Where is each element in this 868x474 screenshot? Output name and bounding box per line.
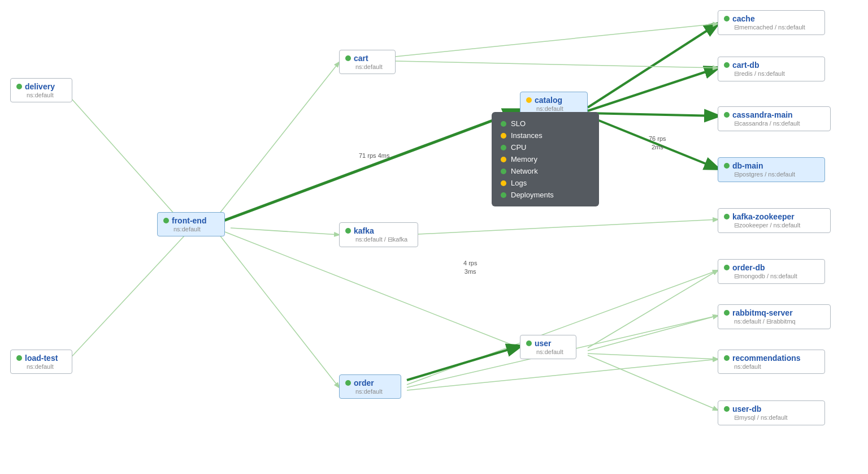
node-order-db-label: order-db <box>732 263 765 272</box>
catalog-popup-item-memory[interactable]: Memory <box>501 153 590 165</box>
node-catalog-sub: ns:default <box>536 105 581 112</box>
node-order-db[interactable]: order-db ⊟mongodb / ns:default <box>718 259 825 284</box>
status-dot-cart <box>345 55 351 61</box>
node-user-db-label: user-db <box>732 404 761 413</box>
node-cache-label: cache <box>732 14 755 23</box>
node-rabbitmq-server-label: rabbitmq-server <box>732 308 793 317</box>
node-recommendations-label: recommendations <box>732 354 801 363</box>
edge-label-4rps: 4 rps3ms <box>463 259 477 277</box>
cpu-label: CPU <box>511 143 526 152</box>
svg-line-14 <box>588 270 718 348</box>
network-label: Network <box>511 167 538 175</box>
catalog-popup-item-deployments[interactable]: Deployments <box>501 189 590 201</box>
svg-line-9 <box>588 113 718 116</box>
logs-dot <box>501 180 506 186</box>
status-dot-order <box>345 380 351 386</box>
node-user-db[interactable]: user-db ⊟mysql / ns:default <box>718 400 825 425</box>
node-order[interactable]: order ns:default <box>339 374 401 399</box>
node-user[interactable]: user ns:default <box>520 335 576 359</box>
node-load-test-sub: ns:default <box>27 363 66 370</box>
status-dot-catalog <box>526 97 532 103</box>
status-dot-frontend <box>163 218 169 223</box>
svg-line-4 <box>231 228 339 235</box>
node-cassandra-main-sub: ⊟cassandra / ns:default <box>734 120 824 127</box>
svg-line-0 <box>67 93 185 226</box>
node-cart-db-label: cart-db <box>732 61 759 70</box>
memory-dot <box>501 157 506 162</box>
node-db-main[interactable]: db-main ⊟postgres / ns:default <box>718 157 825 182</box>
node-db-main-label: db-main <box>732 161 763 170</box>
catalog-popup-item-cpu[interactable]: CPU <box>501 141 590 153</box>
catalog-popup: SLO Instances CPU Memory Network Logs De… <box>492 112 599 206</box>
svg-line-5 <box>219 235 339 387</box>
node-load-test[interactable]: load-test ns:default <box>10 350 72 374</box>
node-kafka-sub: ns:default / ⊟kafka <box>355 236 412 243</box>
cpu-dot <box>501 145 506 150</box>
status-dot-load-test <box>16 355 22 361</box>
node-cache[interactable]: cache ⊟memcached / ns:default <box>718 10 825 35</box>
svg-line-15 <box>588 316 718 351</box>
node-cart-db-sub: ⊟redis / ns:default <box>734 70 819 77</box>
svg-line-13 <box>407 359 718 390</box>
node-cassandra-main-label: cassandra-main <box>732 110 793 119</box>
node-delivery-sub: ns:default <box>27 92 66 98</box>
catalog-popup-item-slo[interactable]: SLO <box>501 118 590 130</box>
status-dot-cache <box>724 16 730 21</box>
deployments-label: Deployments <box>511 191 554 199</box>
svg-line-20 <box>396 24 718 57</box>
svg-line-2 <box>215 62 339 219</box>
status-dot-delivery <box>16 84 22 89</box>
node-db-main-sub: ⊟postgres / ns:default <box>734 171 819 178</box>
catalog-popup-item-network[interactable]: Network <box>501 165 590 177</box>
status-dot-recommendations <box>724 355 730 361</box>
deployments-dot <box>501 192 506 198</box>
node-kafka-zookeeper-label: kafka-zookeeper <box>732 212 795 221</box>
status-dot-user-db <box>724 406 730 412</box>
node-cache-sub: ⊟memcached / ns:default <box>734 24 819 31</box>
node-order-db-sub: ⊟mongodb / ns:default <box>734 273 819 280</box>
node-rabbitmq-server[interactable]: rabbitmq-server ns:default / ⊟rabbitmq <box>718 304 831 329</box>
svg-line-7 <box>588 24 718 107</box>
node-catalog-label: catalog <box>535 96 562 105</box>
network-dot <box>501 169 506 174</box>
svg-line-16 <box>588 354 718 359</box>
svg-line-18 <box>407 346 520 380</box>
node-cart-label: cart <box>354 54 368 63</box>
svg-line-1 <box>67 235 185 362</box>
logs-label: Logs <box>511 179 527 187</box>
svg-line-8 <box>588 68 718 111</box>
memory-label: Memory <box>511 155 537 163</box>
node-load-test-label: load-test <box>25 354 58 363</box>
status-dot-kafka <box>345 228 351 234</box>
node-frontend-label: front-end <box>172 216 206 225</box>
node-cart-db[interactable]: cart-db ⊟redis / ns:default <box>718 57 825 81</box>
catalog-popup-item-instances[interactable]: Instances <box>501 130 590 141</box>
node-cart-sub: ns:default <box>355 63 389 70</box>
node-rabbitmq-server-sub: ns:default / ⊟rabbitmq <box>734 318 824 325</box>
svg-line-11 <box>407 270 718 385</box>
catalog-popup-item-logs[interactable]: Logs <box>501 177 590 189</box>
status-dot-user <box>526 341 532 346</box>
node-delivery-label: delivery <box>25 82 55 91</box>
node-recommendations[interactable]: recommendations ns:default <box>718 350 825 374</box>
node-user-sub: ns:default <box>536 348 570 355</box>
node-order-label: order <box>354 378 374 387</box>
node-recommendations-sub: ns:default <box>734 363 819 370</box>
node-frontend[interactable]: front-end ns:default <box>157 212 225 236</box>
node-delivery[interactable]: delivery ns:default <box>10 78 72 102</box>
status-dot-cassandra-main <box>724 112 730 118</box>
status-dot-kafka-zookeeper <box>724 214 730 219</box>
edge-label-76rps: 76 rps2ms <box>649 135 666 152</box>
node-frontend-sub: ns:default <box>173 226 219 232</box>
node-kafka-zookeeper[interactable]: kafka-zookeeper ⊟zookeeper / ns:default <box>718 208 831 233</box>
node-cassandra-main[interactable]: cassandra-main ⊟cassandra / ns:default <box>718 106 831 131</box>
svg-line-3 <box>219 110 520 222</box>
slo-label: SLO <box>511 119 526 128</box>
node-kafka[interactable]: kafka ns:default / ⊟kafka <box>339 222 418 247</box>
instances-label: Instances <box>511 131 542 140</box>
node-cart[interactable]: cart ns:default <box>339 50 396 74</box>
node-user-db-sub: ⊟mysql / ns:default <box>734 414 819 421</box>
edge-label-71rps: 71 rps 4ms <box>359 152 389 160</box>
status-dot-cart-db <box>724 62 730 68</box>
node-order-sub: ns:default <box>355 388 395 395</box>
